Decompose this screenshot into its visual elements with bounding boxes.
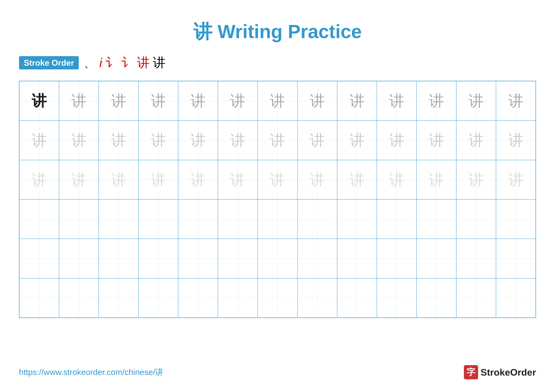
grid-cell-r4c4[interactable] <box>139 200 178 239</box>
grid-cell-r5c12[interactable] <box>456 239 496 278</box>
grid-cell-r2c12: 讲 <box>456 121 496 160</box>
footer-logo: 字 StrokeOrder <box>464 365 536 379</box>
grid-cell-r6c5[interactable] <box>178 278 218 318</box>
grid-cell-r2c1: 讲 <box>19 121 59 160</box>
stroke-step-6: 讲 <box>153 54 166 71</box>
grid-cell-r5c3[interactable] <box>99 239 139 278</box>
grid-cell-r6c1[interactable] <box>19 278 59 318</box>
page: 讲 Writing Practice Stroke Order 、 i 讠 讠 … <box>0 0 555 392</box>
grid-cell-r6c4[interactable] <box>139 278 178 318</box>
stroke-step-4: 讠 <box>121 54 134 71</box>
stroke-steps: 、 i 讠 讠 讲 讲 <box>84 54 166 71</box>
grid-cell-r5c9[interactable] <box>337 239 377 278</box>
grid-cell-r4c12[interactable] <box>456 200 496 239</box>
grid-cell-r3c9: 讲 <box>337 160 377 200</box>
stroke-step-5: 讲 <box>137 54 150 71</box>
stroke-order-badge: Stroke Order <box>19 56 79 69</box>
grid-cell-r1c10: 讲 <box>377 81 416 121</box>
practice-grid: 讲 讲 讲 讲 讲 讲 讲 讲 讲 讲 讲 讲 讲 讲 讲 讲 讲 讲 讲 讲 … <box>19 81 536 318</box>
footer: https://www.strokeorder.com/chinese/讲 字 … <box>19 365 536 379</box>
grid-cell-r3c1: 讲 <box>19 160 59 200</box>
grid-cell-r5c5[interactable] <box>178 239 218 278</box>
logo-text: StrokeOrder <box>481 367 536 378</box>
grid-cell-r1c1: 讲 <box>19 81 59 121</box>
grid-cell-r4c7[interactable] <box>258 200 297 239</box>
grid-cell-r3c12: 讲 <box>456 160 496 200</box>
grid-cell-r5c4[interactable] <box>139 239 178 278</box>
grid-cell-r1c11: 讲 <box>416 81 456 121</box>
grid-cell-r3c2: 讲 <box>59 160 99 200</box>
grid-cell-r4c6[interactable] <box>218 200 258 239</box>
grid-cell-r4c2[interactable] <box>59 200 99 239</box>
grid-cell-r3c4: 讲 <box>139 160 178 200</box>
grid-cell-r2c2: 讲 <box>59 121 99 160</box>
grid-cell-r1c12: 讲 <box>456 81 496 121</box>
grid-cell-r6c10[interactable] <box>377 278 416 318</box>
footer-url: https://www.strokeorder.com/chinese/讲 <box>19 367 163 378</box>
grid-cell-r5c2[interactable] <box>59 239 99 278</box>
grid-cell-r3c8: 讲 <box>297 160 337 200</box>
grid-cell-r4c11[interactable] <box>416 200 456 239</box>
grid-cell-r4c9[interactable] <box>337 200 377 239</box>
grid-cell-r6c9[interactable] <box>337 278 377 318</box>
grid-cell-r1c6: 讲 <box>218 81 258 121</box>
grid-cell-r3c10: 讲 <box>377 160 416 200</box>
page-title: 讲 Writing Practice <box>19 19 536 45</box>
grid-cell-r4c10[interactable] <box>377 200 416 239</box>
grid-cell-r1c4: 讲 <box>139 81 178 121</box>
grid-cell-r2c9: 讲 <box>337 121 377 160</box>
stroke-step-1: 、 <box>84 54 96 71</box>
grid-cell-r5c1[interactable] <box>19 239 59 278</box>
grid-cell-r2c3: 讲 <box>99 121 139 160</box>
grid-cell-r4c1[interactable] <box>19 200 59 239</box>
grid-cell-r2c5: 讲 <box>178 121 218 160</box>
grid-cell-r1c3: 讲 <box>99 81 139 121</box>
grid-cell-r6c13[interactable] <box>496 278 536 318</box>
grid-cell-r6c11[interactable] <box>416 278 456 318</box>
grid-cell-r1c2: 讲 <box>59 81 99 121</box>
grid-cell-r6c6[interactable] <box>218 278 258 318</box>
grid-cell-r1c5: 讲 <box>178 81 218 121</box>
grid-cell-r3c3: 讲 <box>99 160 139 200</box>
grid-cell-r3c13: 讲 <box>496 160 536 200</box>
grid-cell-r6c8[interactable] <box>297 278 337 318</box>
grid-cell-r2c13: 讲 <box>496 121 536 160</box>
grid-cell-r2c11: 讲 <box>416 121 456 160</box>
grid-cell-r2c8: 讲 <box>297 121 337 160</box>
grid-cell-r1c13: 讲 <box>496 81 536 121</box>
grid-cell-r6c2[interactable] <box>59 278 99 318</box>
grid-cell-r3c6: 讲 <box>218 160 258 200</box>
grid-cell-r3c11: 讲 <box>416 160 456 200</box>
grid-cell-r4c5[interactable] <box>178 200 218 239</box>
stroke-step-3: 讠 <box>105 54 118 71</box>
grid-cell-r4c8[interactable] <box>297 200 337 239</box>
grid-cell-r5c8[interactable] <box>297 239 337 278</box>
grid-cell-r6c12[interactable] <box>456 278 496 318</box>
grid-cell-r2c6: 讲 <box>218 121 258 160</box>
grid-cell-r5c13[interactable] <box>496 239 536 278</box>
grid-cell-r5c10[interactable] <box>377 239 416 278</box>
grid-cell-r3c7: 讲 <box>258 160 297 200</box>
grid-cell-r1c8: 讲 <box>297 81 337 121</box>
grid-cell-r2c4: 讲 <box>139 121 178 160</box>
grid-cell-r6c3[interactable] <box>99 278 139 318</box>
grid-cell-r5c7[interactable] <box>258 239 297 278</box>
stroke-step-2: i <box>99 56 102 70</box>
grid-cell-r4c13[interactable] <box>496 200 536 239</box>
logo-icon: 字 <box>464 365 478 379</box>
grid-cell-r4c3[interactable] <box>99 200 139 239</box>
stroke-order-row: Stroke Order 、 i 讠 讠 讲 讲 <box>19 54 536 71</box>
grid-cell-r5c11[interactable] <box>416 239 456 278</box>
grid-cell-r6c7[interactable] <box>258 278 297 318</box>
grid-cell-r3c5: 讲 <box>178 160 218 200</box>
grid-cell-r2c7: 讲 <box>258 121 297 160</box>
grid-cell-r2c10: 讲 <box>377 121 416 160</box>
grid-cell-r5c6[interactable] <box>218 239 258 278</box>
grid-cell-r1c9: 讲 <box>337 81 377 121</box>
grid-cell-r1c7: 讲 <box>258 81 297 121</box>
